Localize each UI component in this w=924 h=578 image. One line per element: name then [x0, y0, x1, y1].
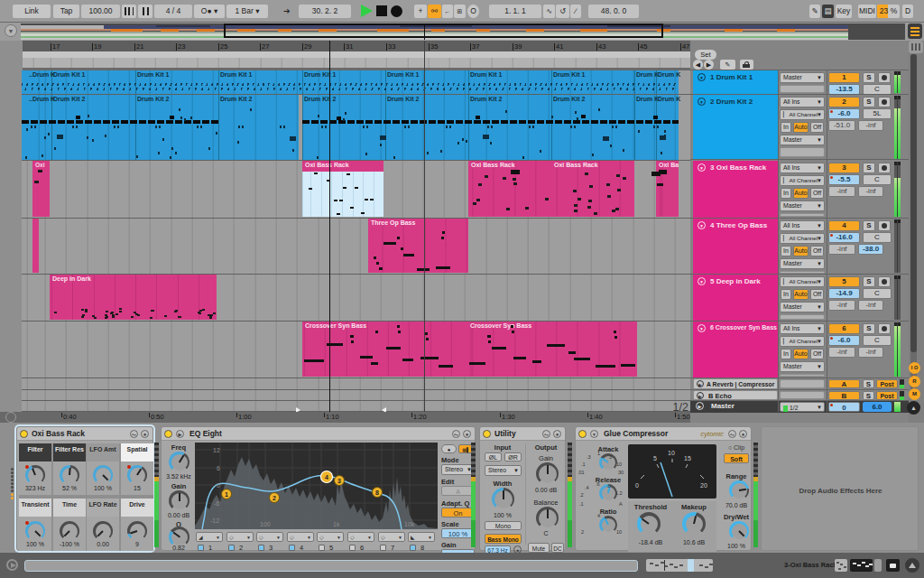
svg-text:4: 4 — [325, 474, 328, 480]
svg-text:1: 1 — [225, 491, 228, 498]
svg-text:12: 12 — [213, 447, 220, 453]
svg-text:10k: 10k — [404, 521, 415, 527]
svg-text:20: 20 — [700, 482, 707, 489]
svg-text:8: 8 — [375, 489, 379, 496]
svg-text:2: 2 — [273, 495, 276, 501]
svg-text:0: 0 — [217, 482, 220, 489]
svg-text:0: 0 — [635, 482, 639, 489]
svg-text:-6: -6 — [214, 500, 219, 507]
svg-text:15: 15 — [684, 455, 691, 461]
svg-text:100: 100 — [260, 521, 271, 527]
svg-text:1k: 1k — [333, 521, 340, 527]
svg-text:5: 5 — [653, 455, 657, 461]
svg-text:10: 10 — [668, 450, 675, 456]
svg-text:6: 6 — [217, 465, 220, 471]
svg-text:3: 3 — [337, 478, 341, 484]
svg-text:-12: -12 — [210, 517, 219, 524]
